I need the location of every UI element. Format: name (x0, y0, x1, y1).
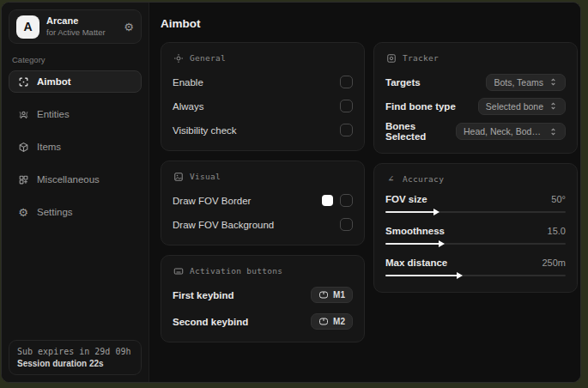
page-title: Aimbot (161, 17, 578, 30)
target-box-icon (385, 52, 397, 64)
grid-layout-icon (17, 173, 29, 185)
visibility-check-checkbox[interactable] (340, 124, 353, 136)
session-duration-text: Session duration 22s (17, 359, 133, 368)
angle-icon: ∠ (385, 173, 397, 185)
targets-dropdown[interactable]: Bots, Teams (486, 74, 566, 91)
app-subtitle: for Active Matter (46, 27, 117, 38)
smoothness-slider[interactable] (385, 239, 566, 249)
setting-row-second-keybind: Second keybind M2 (173, 312, 353, 330)
setting-label: Always (173, 101, 203, 112)
tracker-card: Tracker Targets Bots, Teams Find bone ty… (373, 42, 578, 154)
chevron-up-down-icon (549, 77, 558, 87)
overlay-window: A Arcane for Active Matter ⚙ Category Ai… (1, 2, 581, 383)
sidebar-item-label: Miscellaneous (37, 174, 100, 185)
setting-label: Second keybind (173, 317, 248, 327)
accuracy-card: ∠ Accuracy FOV size 50° (373, 163, 578, 293)
sidebar-nav: Aimbot Entities Items (9, 70, 142, 223)
general-card: General Enable Always Visibility check (161, 42, 365, 151)
card-title: Visual (190, 172, 221, 181)
sidebar-item-label: Aimbot (37, 76, 71, 87)
fov-size-slider[interactable] (385, 207, 566, 217)
left-column: General Enable Always Visibility check (161, 42, 365, 343)
setting-label: Enable (173, 77, 203, 88)
fov-border-color-swatch[interactable] (322, 195, 333, 206)
image-icon (173, 171, 184, 182)
sidebar-item-items[interactable]: Items (9, 136, 142, 158)
category-label: Category (12, 55, 142, 64)
sub-expires-text: Sub expires in 29d 09h (17, 347, 133, 356)
keyboard-icon (173, 265, 184, 276)
bones-selected-dropdown[interactable]: Head, Neck, Body, Pe... (456, 123, 566, 140)
subscription-info-card: Sub expires in 29d 09h Session duration … (9, 340, 142, 375)
dropdown-value: Bots, Teams (494, 77, 543, 88)
entities-radar-icon (17, 108, 29, 120)
card-title: Tracker (403, 53, 439, 63)
sidebar-item-miscellaneous[interactable]: Miscellaneous (9, 168, 142, 191)
card-title: Accuracy (403, 174, 444, 184)
keybind-value: M2 (333, 317, 345, 326)
cube-icon (17, 141, 29, 153)
find-bone-type-dropdown[interactable]: Selected bone (478, 98, 566, 115)
setting-label: Draw FOV Background (173, 220, 274, 230)
setting-row-smoothness: Smoothness 15.0 (385, 226, 566, 249)
slider-value: 50° (551, 194, 566, 204)
mouse-icon (318, 291, 329, 299)
app-logo-letter: A (23, 20, 32, 33)
setting-row-max-distance: Max distance 250m (385, 258, 566, 281)
dropdown-value: Selected bone (486, 101, 543, 112)
sidebar-item-label: Items (37, 142, 61, 152)
fov-border-checkbox[interactable] (340, 194, 353, 207)
enable-checkbox[interactable] (340, 76, 353, 88)
sidebar-item-entities[interactable]: Entities (9, 103, 142, 125)
setting-row-targets: Targets Bots, Teams (385, 73, 566, 91)
slider-thumb[interactable] (433, 209, 439, 215)
setting-label: Bones Selected (385, 121, 456, 142)
crosshair-scan-icon (17, 76, 29, 88)
setting-label: First keybind (173, 290, 234, 300)
sidebar-item-label: Settings (37, 207, 73, 217)
setting-label: Max distance (385, 258, 447, 268)
slider-value: 15.0 (548, 226, 566, 236)
gear-icon: ⚙ (17, 206, 29, 218)
setting-label: Draw FOV Border (173, 196, 251, 206)
sidebar-item-label: Entities (37, 109, 70, 119)
setting-label: FOV size (385, 194, 427, 204)
dropdown-value: Head, Neck, Body, Pe... (464, 126, 543, 136)
setting-label: Targets (385, 77, 421, 88)
setting-row-enable: Enable (173, 73, 353, 91)
app-logo: A (16, 15, 39, 39)
brand-card: A Arcane for Active Matter ⚙ (9, 9, 142, 44)
setting-label: Visibility check (173, 125, 237, 136)
app-name: Arcane (46, 15, 117, 27)
sidebar-item-aimbot[interactable]: Aimbot (9, 70, 142, 93)
setting-row-find-bone-type: Find bone type Selected bone (385, 97, 566, 115)
sidebar: A Arcane for Active Matter ⚙ Category Ai… (2, 3, 149, 382)
activation-buttons-card: Activation buttons First keybind M1 Seco… (161, 255, 365, 343)
setting-label: Find bone type (385, 101, 456, 112)
slider-value: 250m (542, 258, 566, 268)
slider-thumb[interactable] (457, 272, 463, 279)
keybind-value: M1 (333, 290, 345, 300)
second-keybind-button[interactable]: M2 (311, 313, 353, 330)
setting-row-visibility-check: Visibility check (173, 121, 353, 139)
mouse-icon (318, 318, 329, 325)
main-content: Aimbot General Enable (149, 3, 581, 382)
first-keybind-button[interactable]: M1 (311, 287, 353, 303)
setting-row-fov-background: Draw FOV Background (173, 215, 353, 233)
settings-gear-icon[interactable]: ⚙ (124, 21, 134, 33)
chevron-up-down-icon (549, 101, 558, 111)
setting-row-first-keybind: First keybind M1 (173, 286, 353, 304)
max-distance-slider[interactable] (385, 270, 566, 281)
sidebar-item-settings[interactable]: ⚙ Settings (9, 201, 142, 223)
card-title: General (190, 53, 226, 63)
setting-row-fov-border: Draw FOV Border (173, 191, 353, 209)
setting-row-always: Always (173, 97, 353, 115)
right-column: Tracker Targets Bots, Teams Find bone ty… (373, 42, 578, 293)
setting-row-bones-selected: Bones Selected Head, Neck, Body, Pe... (385, 121, 566, 142)
fov-background-checkbox[interactable] (340, 218, 353, 231)
setting-label: Smoothness (385, 226, 445, 236)
focus-crosshair-icon (173, 52, 184, 64)
slider-thumb[interactable] (439, 240, 445, 247)
always-checkbox[interactable] (340, 100, 353, 112)
setting-row-fov-size: FOV size 50° (385, 194, 566, 217)
